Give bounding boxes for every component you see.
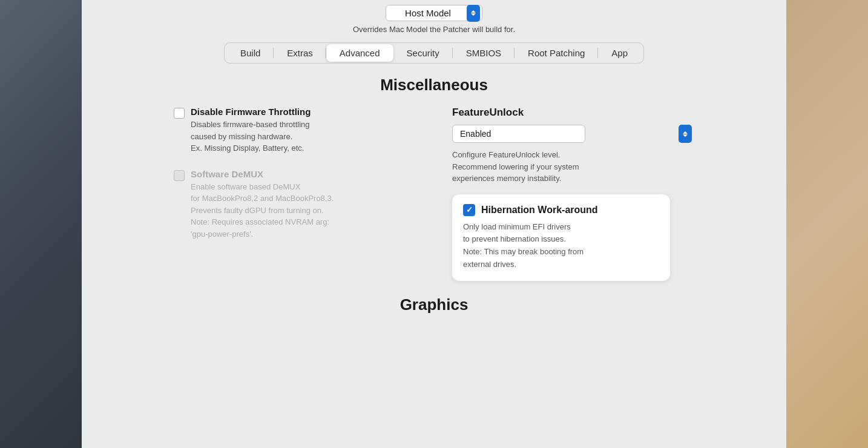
feature-stepper-up-icon	[683, 131, 688, 134]
background-left	[0, 0, 82, 448]
option-text-disable-firmware: Disable Firmware Throttling Disables fir…	[191, 107, 311, 154]
left-column: Disable Firmware Throttling Disables fir…	[174, 107, 416, 281]
background-right	[786, 0, 868, 448]
feature-unlock-select[interactable]: Enabled Disabled Partial	[452, 125, 585, 143]
feature-unlock-stepper[interactable]	[679, 125, 692, 143]
stepper-down-icon	[471, 13, 476, 16]
checkbox-software-demux[interactable]	[174, 170, 185, 181]
tab-smbios[interactable]: SMBIOS	[453, 44, 515, 62]
option-text-software-demux: Software DeMUX Enable software based DeM…	[191, 169, 334, 240]
checkbox-disable-firmware-throttling[interactable]	[174, 108, 185, 119]
option-desc-software-demux: Enable software based DeMUXfor MacBookPr…	[191, 181, 334, 240]
content-area: Miscellaneous Disable Firmware Throttlin…	[162, 70, 706, 448]
tab-app[interactable]: App	[598, 44, 641, 62]
checkmark-icon: ✓	[466, 205, 473, 214]
checkbox-hibernation[interactable]: ✓	[463, 204, 475, 216]
host-model-select-wrapper: Host Model	[386, 5, 482, 21]
host-model-subtitle: Overrides Mac Model the Patcher will bui…	[353, 25, 515, 34]
tab-security[interactable]: Security	[393, 44, 453, 62]
hibernation-card: ✓ Hibernation Work-around Only load mini…	[452, 194, 670, 281]
feature-stepper-down-icon	[683, 134, 688, 137]
tab-root-patching[interactable]: Root Patching	[515, 44, 598, 62]
feature-unlock-desc: Configure FeatureUnlock level.Recommend …	[452, 149, 646, 185]
stepper-up-icon	[471, 10, 476, 13]
hibernation-title: Hibernation Work-around	[481, 205, 598, 216]
host-model-row: Host Model Overrides Mac Model the Patch…	[82, 0, 786, 38]
hibernation-desc: Only load minimum EFI driversto prevent …	[463, 221, 659, 271]
tabs-container: Build Extras Advanced Security SMBIOS Ro…	[224, 42, 644, 64]
tab-advanced[interactable]: Advanced	[326, 44, 393, 62]
host-model-stepper[interactable]	[467, 5, 480, 22]
option-label-software-demux: Software DeMUX	[191, 169, 334, 179]
two-column-layout: Disable Firmware Throttling Disables fir…	[174, 107, 694, 281]
option-disable-firmware-throttling: Disable Firmware Throttling Disables fir…	[174, 107, 416, 154]
option-software-demux: Software DeMUX Enable software based DeM…	[174, 169, 416, 240]
miscellaneous-title: Miscellaneous	[174, 76, 694, 94]
right-column: FeatureUnlock Enabled Disabled Partial C…	[452, 107, 694, 281]
option-desc-disable-firmware: Disables firmware-based throttlingcaused…	[191, 119, 311, 154]
main-panel: Host Model Overrides Mac Model the Patch…	[82, 0, 786, 448]
tab-build[interactable]: Build	[227, 44, 274, 62]
feature-unlock-label: FeatureUnlock	[452, 107, 694, 119]
hibernation-header: ✓ Hibernation Work-around	[463, 204, 659, 216]
option-label-disable-firmware: Disable Firmware Throttling	[191, 107, 311, 117]
feature-unlock-select-row: Enabled Disabled Partial	[452, 125, 694, 143]
tab-extras[interactable]: Extras	[274, 44, 326, 62]
graphics-title: Graphics	[174, 295, 694, 314]
